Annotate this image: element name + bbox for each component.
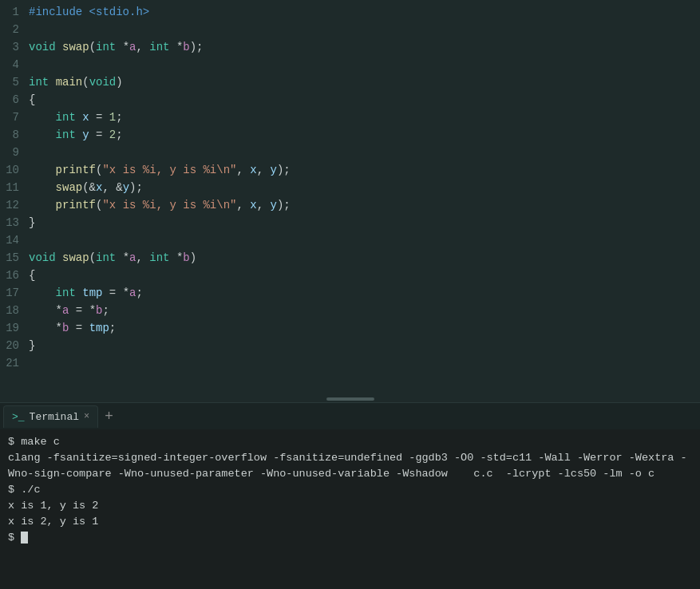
terminal-tabs-bar: >_ Terminal × + bbox=[0, 402, 700, 429]
token-var: y bbox=[271, 199, 277, 211]
code-editor[interactable]: 1#include <stdio.h>23void swap(int *a, i… bbox=[0, 0, 700, 396]
token-plain: { bbox=[29, 269, 35, 282]
code-line-20: 20} bbox=[0, 337, 700, 354]
token-plain bbox=[29, 128, 56, 141]
token-var: x bbox=[250, 199, 256, 211]
token-kw: void bbox=[29, 41, 56, 53]
code-line-4: 4 bbox=[0, 56, 700, 73]
token-plain: ); bbox=[190, 41, 204, 53]
line-content: { bbox=[29, 267, 35, 284]
code-line-8: 8 int y = 2; bbox=[0, 126, 700, 144]
line-number: 3 bbox=[0, 38, 29, 56]
token-kw: int bbox=[96, 41, 116, 53]
line-number: 10 bbox=[0, 161, 29, 179]
token-fn: printf bbox=[56, 199, 96, 211]
code-line-17: 17 int tmp = *a; bbox=[0, 284, 700, 302]
token-kw: void bbox=[29, 251, 56, 264]
code-line-2: 2 bbox=[0, 21, 700, 38]
token-kw: int bbox=[56, 128, 76, 141]
line-content: int x = 1; bbox=[29, 109, 123, 126]
line-number: 13 bbox=[0, 214, 29, 231]
code-line-15: 15void swap(int *a, int *b) bbox=[0, 249, 700, 267]
terminal-line: x is 2, y is 1 bbox=[8, 514, 692, 530]
token-plain bbox=[49, 76, 55, 89]
token-plain: * bbox=[29, 322, 62, 334]
token-plain: = * bbox=[69, 304, 96, 317]
terminal-cursor bbox=[21, 532, 28, 544]
token-kw: void bbox=[89, 76, 117, 89]
line-content: printf("x is %i, y is %i\n", x, y); bbox=[29, 196, 291, 214]
token-fn: printf bbox=[56, 164, 96, 176]
code-line-7: 7 int x = 1; bbox=[0, 109, 700, 126]
scrollbar-thumb[interactable] bbox=[326, 397, 374, 401]
line-number: 4 bbox=[0, 56, 29, 73]
new-terminal-button[interactable]: + bbox=[98, 405, 120, 428]
token-plain bbox=[29, 181, 56, 194]
code-line-18: 18 *a = *b; bbox=[0, 302, 700, 319]
line-content: int tmp = *a; bbox=[29, 284, 143, 302]
line-content: int main(void) bbox=[29, 73, 123, 91]
token-fn: swap bbox=[62, 251, 89, 264]
line-content: *a = *b; bbox=[29, 302, 109, 319]
terminal-line: $ bbox=[8, 530, 692, 546]
token-plain bbox=[29, 199, 56, 211]
line-content: { bbox=[29, 91, 35, 109]
token-var: y bbox=[123, 181, 129, 194]
token-plain: , & bbox=[102, 181, 122, 194]
token-plain: ( bbox=[82, 76, 89, 89]
token-fn: swap bbox=[62, 41, 89, 53]
line-content: void swap(int *a, int *b) bbox=[29, 249, 196, 267]
token-num: 1 bbox=[109, 111, 116, 124]
terminal-tab-label: Terminal bbox=[30, 411, 79, 423]
terminal-line: clang -fsanitize=signed-integer-overflow… bbox=[8, 450, 692, 482]
token-plain bbox=[29, 111, 56, 124]
code-line-9: 9 bbox=[0, 144, 700, 161]
line-number: 6 bbox=[0, 91, 29, 109]
token-kw: int bbox=[56, 287, 76, 299]
terminal-tab-close[interactable]: × bbox=[84, 412, 89, 421]
line-content: } bbox=[29, 214, 35, 231]
token-plain bbox=[29, 287, 56, 299]
token-kw: int bbox=[149, 41, 169, 53]
token-plain: ; bbox=[116, 111, 122, 124]
line-content: } bbox=[29, 337, 35, 354]
terminal-tab-icon: >_ bbox=[12, 411, 25, 423]
token-plain: * bbox=[116, 41, 129, 53]
terminal-output[interactable]: $ make cclang -fsanitize=signed-integer-… bbox=[0, 429, 700, 589]
token-var: y bbox=[82, 128, 89, 141]
line-number: 14 bbox=[0, 231, 29, 249]
token-plain: , bbox=[236, 199, 250, 211]
token-plain: , bbox=[236, 164, 250, 176]
token-plain: ); bbox=[129, 181, 143, 194]
terminal-line: $ ./c bbox=[8, 482, 692, 498]
token-pp: #include <stdio.h> bbox=[29, 6, 149, 18]
token-plain: ; bbox=[136, 287, 142, 299]
code-line-12: 12 printf("x is %i, y is %i\n", x, y); bbox=[0, 196, 700, 214]
line-number: 21 bbox=[0, 354, 29, 372]
line-number: 5 bbox=[0, 73, 29, 91]
token-plain bbox=[76, 111, 82, 124]
token-plain bbox=[56, 41, 62, 53]
token-plain: = bbox=[69, 322, 89, 334]
token-plain: ( bbox=[89, 251, 96, 264]
code-line-19: 19 *b = tmp; bbox=[0, 319, 700, 337]
line-number: 12 bbox=[0, 196, 29, 214]
line-number: 9 bbox=[0, 144, 29, 161]
token-plain: = bbox=[89, 111, 109, 124]
token-plain: = bbox=[89, 128, 109, 141]
terminal-tab[interactable]: >_ Terminal × bbox=[3, 405, 98, 428]
token-plain: ; bbox=[109, 322, 116, 334]
code-line-10: 10 printf("x is %i, y is %i\n", x, y); bbox=[0, 161, 700, 179]
token-plain: = * bbox=[102, 287, 129, 299]
token-var: x bbox=[82, 111, 89, 124]
token-kw: int bbox=[29, 76, 49, 89]
token-plain: ); bbox=[277, 199, 291, 211]
token-plain: } bbox=[29, 216, 35, 229]
token-plain: ; bbox=[102, 304, 109, 317]
token-var: y bbox=[271, 164, 277, 176]
editor-scrollbar[interactable] bbox=[0, 396, 700, 402]
line-number: 7 bbox=[0, 109, 29, 126]
token-str: "x is %i, y is %i\n" bbox=[102, 199, 236, 211]
token-plain: ) bbox=[116, 76, 122, 89]
token-plain: } bbox=[29, 339, 35, 352]
